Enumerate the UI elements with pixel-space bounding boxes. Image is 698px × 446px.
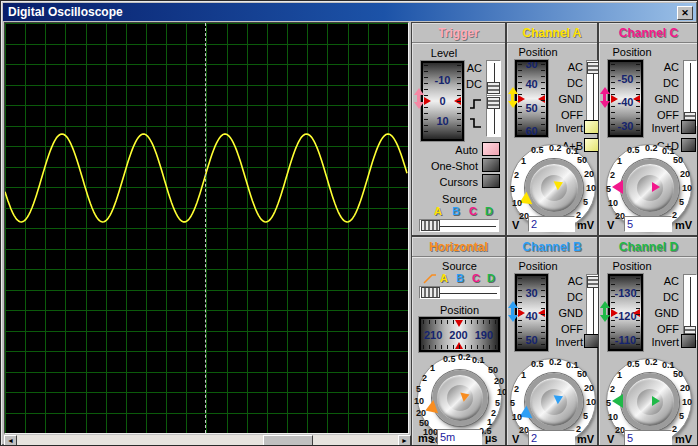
timebase-dial[interactable]: 0.50.20.11251020501002005020105210.5 xyxy=(417,355,502,440)
knob-pointer-inner xyxy=(553,392,564,404)
knob-scale-label: 20 xyxy=(416,408,426,418)
auto-button[interactable] xyxy=(482,142,500,156)
knob-scale-label: 5 xyxy=(583,197,588,207)
knob-scale-label: 2 xyxy=(610,170,615,180)
position-label: Position xyxy=(603,260,661,272)
channel-d-position-arrow[interactable] xyxy=(599,301,610,322)
position-label: Position xyxy=(509,260,567,272)
trigger-edge-switch-thumb[interactable] xyxy=(487,97,500,109)
channel-c-header: Channel C xyxy=(599,23,698,43)
channel-c-coupling-switch[interactable] xyxy=(683,60,697,126)
level-marker-left xyxy=(424,97,431,105)
channel-d-coupling-switch[interactable] xyxy=(683,274,697,340)
channel-c-position-arrow[interactable] xyxy=(599,87,610,108)
horizontal-panel: Horizontal Source A B C D Position 210 2… xyxy=(411,236,506,446)
scroll-left-button[interactable]: ◄ xyxy=(4,435,17,446)
trigger-source-slider-thumb[interactable] xyxy=(421,220,440,231)
volt-unit-label: V xyxy=(512,433,519,445)
knob-scale-label: 10 xyxy=(512,412,522,422)
horizontal-source-slider[interactable] xyxy=(419,286,500,299)
knob-scale-label: 0.2 xyxy=(645,143,658,153)
arrow-down-icon xyxy=(508,101,518,108)
channel-a-value-input[interactable] xyxy=(528,216,575,232)
trigger-coupling-switch[interactable] xyxy=(486,60,501,96)
arrow-up-icon xyxy=(508,301,518,308)
trigger-ac-label: AC xyxy=(450,62,482,74)
trigger-panel-header: Trigger xyxy=(412,23,505,43)
position-label: Position xyxy=(509,46,567,58)
coupling-ac-label: AC xyxy=(643,275,679,287)
channel-a-title: Channel A xyxy=(523,26,582,40)
trigger-source-label: Source xyxy=(412,193,507,205)
coupling-ac-label: AC xyxy=(547,275,583,287)
position-marker-right xyxy=(633,309,640,317)
channel-b-invert-button[interactable] xyxy=(584,334,599,348)
knob-scale-label: 0.2 xyxy=(645,357,658,367)
knob-scale-label: 0.5 xyxy=(443,354,456,364)
channel-a-position-arrow[interactable] xyxy=(507,87,518,108)
channel-a-sum-button[interactable] xyxy=(584,138,599,152)
scrollbar-thumb[interactable] xyxy=(263,435,313,446)
knob-scale-label: 5 xyxy=(495,398,500,408)
position-tick: 30 xyxy=(517,287,546,299)
level-tick: 10 xyxy=(423,115,462,127)
horizontal-scrollbar[interactable]: ◄ ► xyxy=(4,435,411,446)
invert-label: Invert xyxy=(537,122,583,134)
trigger-edge-switch[interactable] xyxy=(486,95,501,137)
control-panels: Trigger Level -10 0 10 AC DC xyxy=(411,22,698,446)
millivolt-unit-label: mV xyxy=(577,219,594,231)
trigger-coupling-switch-thumb[interactable] xyxy=(487,82,500,94)
position-marker-left xyxy=(611,95,618,103)
coupling-gnd-label: GND xyxy=(547,307,583,319)
knob-scale-label: 1 xyxy=(617,370,622,380)
knob-scale-label: 10 xyxy=(586,183,596,193)
horizontal-position-display[interactable]: 210 200 190 18 xyxy=(419,317,500,352)
title-bar[interactable]: Digital Oscilloscope ✕ xyxy=(3,3,696,21)
knob-scale-label: 2 xyxy=(610,384,615,394)
invert-label: Invert xyxy=(633,336,679,348)
cursors-button[interactable] xyxy=(482,174,500,188)
coupling-off-label: OFF xyxy=(643,109,679,121)
source-channel-d-label: D xyxy=(485,205,493,217)
knob-scale-label: 5 xyxy=(606,398,611,408)
channel-c-value-input[interactable] xyxy=(624,216,672,232)
scroll-right-button[interactable]: ► xyxy=(398,435,411,446)
trigger-dc-label: DC xyxy=(450,78,482,90)
trigger-cursor-line[interactable] xyxy=(205,23,206,433)
knob-scale-label: 2 xyxy=(514,384,519,394)
arrow-up-icon xyxy=(600,301,610,308)
channel-d-invert-button[interactable] xyxy=(681,334,696,348)
trigger-level-adjust-arrow[interactable] xyxy=(413,88,424,109)
knob-scale-label: 5 xyxy=(510,398,515,408)
channel-b-position-arrow[interactable] xyxy=(507,301,518,322)
volt-unit-label: V xyxy=(512,219,519,231)
arrow-down-icon xyxy=(600,101,610,108)
source-channel-a-label: A xyxy=(440,272,448,284)
arrow-stem xyxy=(603,94,606,101)
channel-a-invert-button[interactable] xyxy=(584,120,599,134)
horizontal-title: Horizontal xyxy=(429,240,488,254)
channel-a-panel: Channel A Position 30 40 50 60 AC DC GND… xyxy=(506,22,598,236)
auto-label: Auto xyxy=(416,144,478,156)
knob-scale-label: 5 xyxy=(679,197,684,207)
channel-b-value-input[interactable] xyxy=(528,430,575,446)
close-button[interactable]: ✕ xyxy=(677,6,693,20)
knob-pointer-inner xyxy=(652,396,660,406)
coupling-gnd-label: GND xyxy=(643,307,679,319)
channel-c-invert-button[interactable] xyxy=(681,120,696,134)
invert-label: Invert xyxy=(537,336,583,348)
knob-scale-label: 20 xyxy=(680,383,690,393)
position-tick: 200 xyxy=(449,329,467,341)
oscilloscope-window: Digital Oscilloscope ✕ ◄ ► Trigger Level… xyxy=(0,0,698,446)
timebase-value-input[interactable] xyxy=(437,429,482,445)
knob-scale-label: 0.2 xyxy=(458,352,471,362)
trigger-source-slider[interactable] xyxy=(419,219,499,232)
channel-d-value-input[interactable] xyxy=(624,430,672,446)
knob-scale-label: 10 xyxy=(682,397,692,407)
one-shot-button[interactable] xyxy=(482,158,500,172)
horizontal-source-slider-thumb[interactable] xyxy=(421,287,440,298)
knob-scale-label: 10 xyxy=(608,198,618,208)
knob-scale-label: 5 xyxy=(583,411,588,421)
knob-pointer-outer xyxy=(612,180,623,194)
position-marker-left xyxy=(518,95,525,103)
